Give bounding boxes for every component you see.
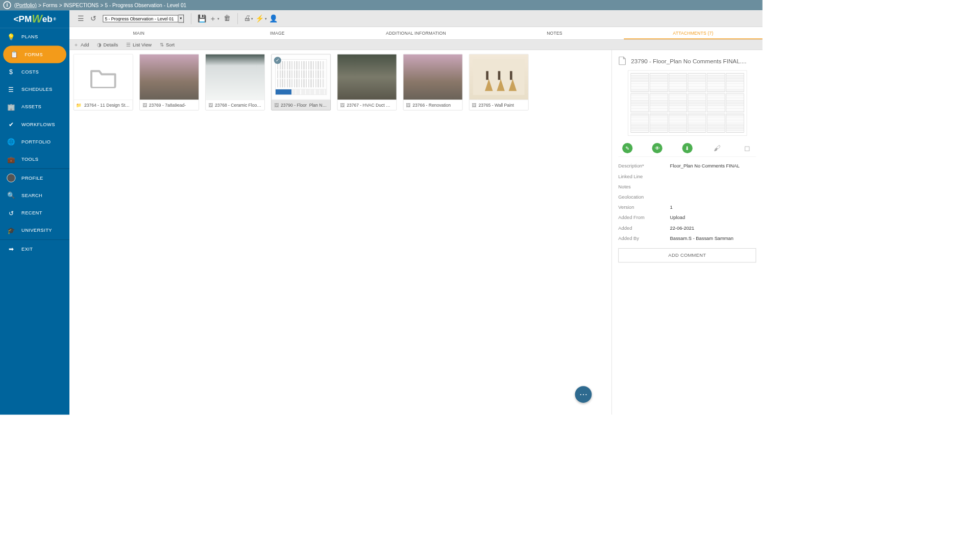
- sort-button[interactable]: ⇅ Sort: [160, 42, 175, 48]
- sidebar-item-label: SEARCH: [21, 192, 42, 198]
- image-mini-icon: 🖼: [406, 103, 410, 107]
- thumbnail-image: [470, 55, 528, 100]
- list-icon[interactable]: ☰: [74, 12, 87, 25]
- sidebar-item-profile[interactable]: PROFILE: [0, 169, 69, 186]
- attachment-details-pane: 23790 - Floor_Plan No Comments FINAL....…: [611, 50, 763, 415]
- brush-action-icon[interactable]: 🖌: [712, 143, 722, 153]
- listview-toggle[interactable]: ☰ List View: [126, 42, 152, 48]
- globe-icon: 🌐: [6, 138, 16, 146]
- breadcrumb-item-forms[interactable]: Forms: [43, 2, 58, 8]
- attachment-card[interactable]: 🖼 23769 - 7a8a9ead-: [139, 54, 199, 110]
- list-icon: ☰: [126, 42, 131, 48]
- sidebar-item-assets[interactable]: 🏢 ASSETS: [0, 98, 69, 115]
- attachment-card-selected[interactable]: ✓ 🖼 23790 - Floor_Plan No Com...: [271, 54, 331, 110]
- prop-value: 1: [670, 205, 756, 210]
- listview-toggle-label: List View: [133, 42, 152, 47]
- sidebar-item-label: EXIT: [21, 246, 33, 252]
- attachment-card[interactable]: 📁 23764 - 11 Design Stage: [74, 54, 133, 110]
- thumbnail-image: [403, 55, 462, 100]
- sidebar-item-label: FORMS: [24, 52, 43, 57]
- prop-linked-line: Linked Line: [618, 171, 756, 181]
- view-action-icon[interactable]: 👁: [652, 143, 663, 153]
- caption-text: 23767 - HVAC Duct Work: [347, 103, 394, 107]
- sidebar-item-exit[interactable]: ➡ EXIT: [0, 240, 69, 258]
- tab-bar: MAIN IMAGE ADDITIONAL INFORMATION NOTES …: [69, 27, 763, 40]
- tab-attachments[interactable]: ATTACHMENTS (7): [624, 27, 763, 39]
- prop-added-by: Added By Bassam.S - Bassam Samman: [618, 233, 756, 244]
- attachment-card[interactable]: 🖼 23766 - Renovation: [403, 54, 463, 110]
- sidebar-item-costs[interactable]: $ COSTS: [0, 63, 69, 81]
- prop-version: Version 1: [618, 202, 756, 212]
- caption-text: 23764 - 11 Design Stage: [84, 103, 130, 107]
- attachment-card[interactable]: 🖼 23765 - Wall Paint: [469, 54, 529, 110]
- add-button-label: Add: [81, 42, 89, 47]
- sidebar-item-university[interactable]: 🎓 UNIVERSITY: [0, 222, 69, 239]
- add-icon[interactable]: ＋▾: [208, 12, 221, 25]
- sidebar-item-forms[interactable]: 📋 FORMS: [3, 45, 66, 63]
- thumbnail-image: [206, 55, 264, 100]
- image-mini-icon: 🖼: [208, 103, 213, 107]
- breadcrumb-root[interactable]: (Portfolio): [14, 2, 37, 8]
- sidebar-item-plans[interactable]: 💡 PLANS: [0, 28, 69, 45]
- attachments-toolbar: ＋ Add ◑ Details ☰ List View ⇅ Sort: [69, 40, 763, 50]
- svg-rect-3: [510, 71, 512, 80]
- sidebar-item-label: PORTFOLIO: [21, 139, 51, 144]
- breadcrumb-item-inspections[interactable]: INSPECTIONS: [64, 2, 99, 8]
- attachment-caption: 🖼 23767 - HVAC Duct Work: [337, 100, 396, 109]
- tab-image[interactable]: IMAGE: [208, 27, 347, 39]
- image-mini-icon: 🖼: [142, 103, 147, 107]
- attachment-caption: 🖼 23790 - Floor_Plan No Com...: [272, 100, 330, 109]
- thumbnail-image: [337, 55, 396, 100]
- sidebar-item-label: PROFILE: [21, 175, 43, 181]
- svg-rect-1: [486, 71, 488, 80]
- sidebar: <PMWeb ® 💡 PLANS 📋 FORMS $ COSTS ☰ SCHED…: [0, 10, 69, 415]
- tab-notes[interactable]: NOTES: [485, 27, 624, 39]
- caption-text: 23769 - 7a8a9ead-: [149, 103, 186, 107]
- sidebar-item-portfolio[interactable]: 🌐 PORTFOLIO: [0, 133, 69, 151]
- attachment-card[interactable]: 🖼 23768 - Ceramic Floor Tiling: [205, 54, 265, 110]
- print-icon[interactable]: 🖨▾: [242, 12, 255, 25]
- prop-value: Upload: [670, 215, 756, 221]
- breadcrumb-sep: >: [100, 2, 103, 8]
- record-select[interactable]: [103, 15, 179, 22]
- add-button[interactable]: ＋ Add: [74, 41, 89, 49]
- sidebar-item-tools[interactable]: 💼 TOOLS: [0, 151, 69, 168]
- tab-additional-information[interactable]: ADDITIONAL INFORMATION: [347, 27, 485, 39]
- folder-mini-icon: 📁: [76, 103, 82, 108]
- fab-more-icon[interactable]: ⋯: [575, 386, 592, 403]
- prop-label: Added By: [618, 235, 670, 241]
- tab-main[interactable]: MAIN: [69, 27, 208, 39]
- delete-icon[interactable]: 🗑: [221, 12, 234, 25]
- image-mini-icon: 🖼: [472, 103, 476, 107]
- details-toggle[interactable]: ◑ Details: [97, 42, 118, 48]
- attachment-caption: 🖼 23765 - Wall Paint: [470, 100, 528, 109]
- briefcase-icon: 💼: [6, 156, 16, 163]
- check-icon: ✔: [6, 120, 16, 128]
- attachment-caption: 🖼 23768 - Ceramic Floor Tiling: [206, 100, 264, 109]
- sidebar-item-recent[interactable]: ↺ RECENT: [0, 204, 69, 222]
- breadcrumb-bar: i (Portfolio) > Forms > INSPECTIONS > 5 …: [0, 0, 763, 10]
- edit-action-icon[interactable]: ✎: [622, 143, 632, 153]
- details-preview: [618, 69, 756, 136]
- bulb-icon: 💡: [6, 33, 16, 41]
- attachment-card[interactable]: 🖼 23767 - HVAC Duct Work: [337, 54, 397, 110]
- sidebar-item-search[interactable]: 🔍 SEARCH: [0, 187, 69, 204]
- dropdown-caret-icon[interactable]: ▼: [178, 14, 184, 22]
- sidebar-item-workflows[interactable]: ✔ WORKFLOWS: [0, 115, 69, 133]
- sidebar-item-label: COSTS: [21, 69, 39, 75]
- prop-value: [670, 174, 756, 179]
- user-icon[interactable]: 👤: [267, 12, 280, 25]
- details-title: 23790 - Floor_Plan No Comments FINAL....: [631, 57, 746, 64]
- save-icon[interactable]: 💾: [195, 12, 208, 25]
- add-comment-button[interactable]: ADD COMMENT: [618, 248, 756, 262]
- info-icon[interactable]: i: [3, 1, 11, 9]
- history-icon[interactable]: ↺: [87, 12, 100, 25]
- download-action-icon[interactable]: ⬇: [682, 143, 692, 153]
- history-icon: ↺: [6, 209, 16, 217]
- sidebar-item-schedules[interactable]: ☰ SCHEDULES: [0, 81, 69, 98]
- prop-value: [670, 184, 756, 189]
- crop-action-icon[interactable]: ◻: [742, 143, 752, 153]
- thumbnail-folder: [74, 55, 133, 100]
- breadcrumb-sep: >: [38, 2, 41, 8]
- bolt-icon[interactable]: ⚡▾: [255, 12, 267, 25]
